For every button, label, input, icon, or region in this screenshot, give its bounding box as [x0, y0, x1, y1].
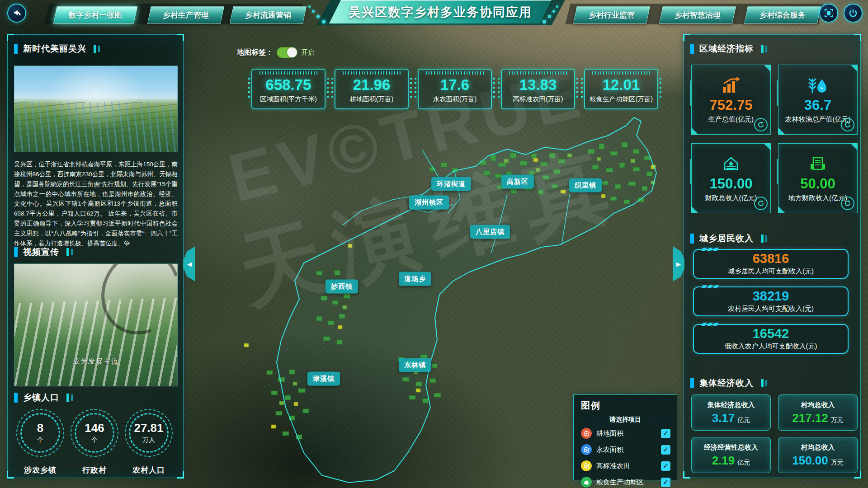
town-label-huzhou[interactable]: 湖州镇区 — [409, 196, 449, 210]
row-deco-slash — [713, 248, 719, 251]
title-deco-bar — [71, 394, 73, 401]
gauge-label: 涉农乡镇 — [9, 465, 72, 475]
tab-label: 乡村行业监管 — [576, 7, 648, 24]
town-label-zhili[interactable]: 织里镇 — [569, 178, 602, 192]
gauge-townships: 8 个 — [16, 409, 64, 457]
banner-dot — [556, 5, 558, 8]
eco-card-fiscal-revenue: 150.00 财政总收入(亿元) — [691, 143, 771, 213]
row-deco-slash — [701, 323, 707, 326]
eco-card-gdp: 752.75 生产总值(亿元) — [691, 65, 771, 135]
tab-industry-supervision[interactable]: 乡村行业监管 — [573, 6, 650, 23]
promo-video[interactable]: 成为发展主流 — [14, 263, 178, 386]
refresh-icon — [844, 200, 851, 207]
tab-rural-production[interactable]: 乡村生产管理 — [147, 6, 224, 23]
intro-photo — [14, 66, 178, 152]
town-label-huanzhu[interactable]: 环渚街道 — [431, 177, 471, 191]
tab-label: 乡村流通营销 — [232, 7, 304, 24]
row-deco-slash — [713, 323, 719, 326]
refresh-button[interactable] — [754, 197, 768, 210]
legend-item-high-standard: 高标准农田 ✓ — [581, 460, 670, 472]
section-title-income: 城乡居民收入 — [690, 233, 767, 244]
title-deco-bar — [761, 235, 764, 243]
town-label-donglin[interactable]: 东林镇 — [399, 358, 431, 372]
tab-comprehensive-service[interactable]: 乡村综合服务 — [744, 6, 821, 23]
tab-rural-circulation[interactable]: 乡村流通营销 — [230, 6, 307, 23]
legend-checkbox-grain-zone[interactable]: ✓ — [661, 478, 670, 487]
card-deco-line — [690, 80, 691, 106]
tab-digital-village-map[interactable]: 数字乡村一张图 — [53, 6, 137, 23]
eco-card-agriculture-output: 36.7 农林牧渔总产值(亿元) — [778, 65, 858, 135]
legend-checkbox-arable[interactable]: ✓ — [661, 429, 670, 438]
town-label-miaoxi[interactable]: 妙西镇 — [326, 280, 358, 294]
stat-value: 12.01 — [603, 77, 640, 93]
legend-item-permanent-farm: 永农面积 ✓ — [581, 444, 670, 455]
card-deco-dots — [415, 78, 416, 100]
map-label-toggle-row: 地图标签： 开启 — [237, 47, 315, 58]
map-label-toggle[interactable] — [277, 47, 297, 58]
title-deco-bar — [66, 394, 69, 402]
collective-label: 村均总收入 — [801, 401, 835, 409]
fullscreen-button[interactable] — [819, 4, 838, 23]
gauge-villages: 146 个 — [71, 409, 118, 457]
stat-card-permanent-farm-area: 17.6 永农面积(万亩) — [418, 69, 492, 109]
tab-label: 数字乡村一张图 — [56, 7, 135, 24]
refresh-button[interactable] — [841, 197, 854, 210]
tab-label: 乡村生产管理 — [150, 7, 222, 24]
collective-label: 村均总收入 — [801, 443, 835, 452]
row-deco-slash — [707, 248, 713, 251]
corner-accent — [683, 34, 690, 41]
fullscreen-icon — [824, 9, 833, 18]
page-title: 吴兴区数字乡村多业务协同应用 — [349, 5, 532, 19]
card-deco-dots — [498, 78, 500, 100]
gauge-label: 行政村 — [63, 465, 126, 475]
gauge-unit: 万人 — [142, 436, 155, 444]
refresh-button[interactable] — [754, 118, 768, 131]
legend-dash — [645, 420, 672, 420]
title-banner: 吴兴区数字乡村多业务协同应用 — [329, 0, 552, 23]
eco-value: 752.75 — [710, 98, 753, 112]
collective-card-village-avg-income: 村均总收入 217.12 万元 — [778, 394, 858, 431]
town-label-daixi[interactable]: 埭溪镇 — [307, 372, 340, 386]
gauge-value: 27.81 — [134, 422, 163, 434]
eco-label: 财政总收入(亿元) — [705, 194, 757, 202]
back-button[interactable] — [7, 4, 26, 23]
legend-checkbox-high-standard[interactable]: ✓ — [661, 461, 670, 471]
section-title-intro: 新时代美丽吴兴 — [14, 43, 100, 55]
collective-unit: 亿元 — [737, 459, 750, 467]
stat-value: 17.6 — [440, 77, 469, 93]
collective-card-total-income: 集体经济总收入 3.17 亿元 — [691, 394, 771, 431]
section-title-text: 乡镇人口 — [23, 392, 59, 404]
town-label-daochang[interactable]: 道场乡 — [399, 272, 431, 286]
town-label-gaoxinqu[interactable]: 高新区 — [501, 175, 534, 189]
card-deco-dots — [581, 78, 583, 100]
corner-accent — [683, 471, 690, 479]
refresh-button[interactable] — [841, 118, 854, 131]
house-star-icon — [721, 154, 741, 173]
video-caption: 成为发展主流 — [14, 357, 177, 366]
eco-label: 地方财政收入(亿元) — [788, 194, 847, 202]
banner-dot — [548, 15, 551, 18]
collective-card-village-avg-income-2: 村均总收入 150.00 万元 — [778, 437, 858, 473]
tab-label: 乡村智慧治理 — [661, 7, 734, 24]
power-icon — [849, 9, 858, 18]
section-title-collective: 集体经济收入 — [690, 377, 767, 389]
card-notch — [764, 143, 771, 150]
legend-checkbox-permanent-farm[interactable]: ✓ — [661, 445, 670, 455]
legend-subtitle: 请选择项目 — [609, 416, 641, 424]
title-deco-bar — [765, 46, 767, 52]
town-label-balidian[interactable]: 八里店镇 — [470, 225, 510, 239]
building-icon — [808, 154, 828, 173]
card-deco-line — [777, 159, 778, 184]
section-title-video: 视频宣传 — [14, 246, 73, 258]
legend-title: 图例 — [581, 399, 601, 412]
income-value: 38219 — [753, 290, 789, 303]
section-title-text: 新时代美丽吴兴 — [23, 43, 86, 55]
collective-label: 集体经济总收入 — [708, 401, 755, 409]
card-deco-dots — [248, 78, 250, 100]
wheat-drop-icon — [807, 75, 829, 94]
legend-label: 高标准农田 — [596, 462, 661, 470]
income-label: 农村居民人均可支配收入(元) — [728, 305, 814, 313]
income-label: 低收入农户人均可支配收入(元) — [725, 342, 817, 351]
power-button[interactable] — [844, 4, 863, 23]
tab-smart-governance[interactable]: 乡村智慧治理 — [659, 6, 736, 23]
